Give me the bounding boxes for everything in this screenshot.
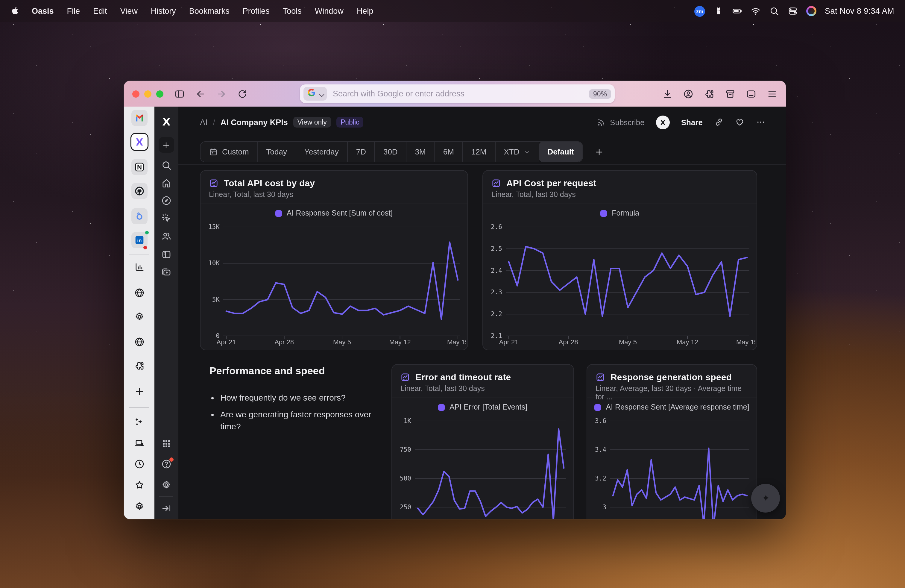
gear-icon[interactable] (134, 501, 144, 512)
subscribe-label: Subscribe (610, 118, 645, 127)
timerange-tab-12m[interactable]: 12M (463, 142, 495, 162)
page-zoom-badge[interactable]: 90% (589, 89, 611, 99)
menu-item-bookmarks[interactable]: Bookmarks (189, 6, 230, 16)
video-stack-icon[interactable] (161, 267, 171, 278)
siri-icon[interactable] (806, 6, 816, 16)
mixpanel-logo[interactable] (160, 115, 172, 128)
timerange-tab-today[interactable]: Today (258, 142, 296, 162)
svg-text:500: 500 (400, 475, 411, 482)
menu-item-view[interactable]: View (120, 6, 138, 16)
menu-icon[interactable] (767, 88, 778, 99)
reload-icon[interactable] (237, 88, 248, 99)
people-icon[interactable] (161, 230, 171, 241)
globe-icon[interactable] (134, 337, 144, 347)
globe-icon[interactable] (134, 288, 144, 298)
card-header: Error and timeout rate Linear, Total, la… (392, 365, 573, 397)
blue-loop-app-icon[interactable] (131, 208, 147, 224)
timerange-tab-custom[interactable]: Custom (200, 142, 258, 162)
account-icon[interactable] (683, 88, 694, 99)
gear-icon[interactable] (134, 311, 144, 322)
sparkles-icon[interactable] (134, 417, 144, 427)
cursor-sparks-icon[interactable] (161, 213, 171, 223)
add-timerange-button[interactable] (590, 143, 608, 161)
timerange-tab-3m[interactable]: 3M (407, 142, 435, 162)
help-icon[interactable] (161, 459, 171, 469)
section-divider (178, 164, 786, 165)
bullet-item: How frequently do we see errors? (220, 392, 383, 404)
chart-plot: 2505007501K (392, 416, 572, 519)
breadcrumb-project[interactable]: AI (200, 118, 208, 127)
plus-icon[interactable] (134, 386, 144, 397)
maximize-window-button[interactable] (156, 90, 164, 97)
svg-text:750: 750 (400, 446, 411, 453)
sparkle-fab-button[interactable] (751, 484, 780, 513)
archive-box-icon[interactable] (725, 88, 736, 99)
spotlight-icon[interactable] (769, 6, 779, 16)
back-icon[interactable] (195, 88, 206, 99)
view-only-badge: View only (293, 117, 331, 127)
star-icon[interactable] (134, 480, 144, 490)
linkedin-app-icon[interactable]: in (131, 232, 147, 248)
menu-item-file[interactable]: File (67, 6, 80, 16)
apple-menu-icon[interactable] (11, 6, 20, 16)
address-input[interactable] (333, 89, 589, 98)
panel-icon[interactable] (161, 249, 171, 260)
menu-item-history[interactable]: History (151, 6, 176, 16)
menu-clock[interactable]: Sat Nov 8 9:34 AM (825, 6, 894, 16)
address-bar[interactable]: 90% (300, 84, 615, 103)
timerange-tab-7d[interactable]: 7D (348, 142, 375, 162)
wifi-icon[interactable] (751, 6, 761, 16)
google-icon (307, 88, 316, 99)
plus-button[interactable] (158, 137, 174, 153)
menu-item-window[interactable]: Window (315, 6, 344, 16)
laptop-icon[interactable] (134, 438, 144, 448)
timerange-tab-30d[interactable]: 30D (375, 142, 407, 162)
extensions-icon[interactable] (704, 88, 714, 99)
puzzle-icon[interactable] (134, 361, 144, 371)
compass-icon[interactable] (161, 195, 171, 206)
subscribe-button[interactable]: Subscribe (597, 118, 645, 127)
timerange-tab-xtd[interactable]: XTD (495, 142, 539, 162)
svg-text:3.6: 3.6 (595, 417, 607, 424)
battery-icon[interactable] (732, 6, 742, 16)
display-icon[interactable] (746, 88, 757, 99)
home-icon[interactable] (161, 178, 171, 189)
mixpanel-app-icon[interactable] (131, 134, 147, 150)
ellipsis-icon[interactable] (756, 118, 765, 127)
menu-item-tools[interactable]: Tools (283, 6, 302, 16)
notion-app-icon[interactable] (131, 159, 147, 175)
llama-icon[interactable] (713, 6, 724, 16)
menu-item-help[interactable]: Help (357, 6, 373, 16)
clock-icon[interactable] (134, 459, 144, 469)
heart-icon[interactable] (735, 118, 745, 127)
timerange-tab-default[interactable]: Default (539, 141, 583, 162)
grid-icon[interactable] (161, 438, 171, 449)
timerange-tab-yesterday[interactable]: Yesterday (296, 142, 348, 162)
chevron-down-icon (524, 148, 530, 155)
zoom-app-icon[interactable]: zm (694, 6, 705, 16)
search-engine-chip[interactable] (303, 87, 327, 100)
github-app-icon[interactable] (131, 183, 147, 199)
download-icon[interactable] (662, 88, 673, 99)
close-window-button[interactable] (132, 90, 140, 97)
bar-chart-icon[interactable] (134, 262, 144, 272)
gmail-app-icon[interactable] (131, 110, 147, 126)
link-icon[interactable] (714, 118, 724, 127)
browser-window: 90% in AI / AI Company KPIs View only (124, 81, 786, 519)
avatar[interactable] (656, 115, 670, 129)
menu-item-profiles[interactable]: Profiles (243, 6, 270, 16)
forward-icon[interactable] (216, 88, 227, 99)
share-button[interactable]: Share (681, 118, 703, 127)
minimize-window-button[interactable] (144, 90, 151, 97)
menu-item-edit[interactable]: Edit (93, 6, 107, 16)
gear-icon[interactable] (161, 480, 171, 490)
arrow-bar-icon[interactable] (161, 503, 171, 514)
control-center-icon[interactable] (788, 6, 798, 16)
calendar-icon (209, 147, 218, 156)
sidebar-toggle-icon[interactable] (174, 88, 185, 99)
notification-dot (145, 231, 148, 234)
menu-app-name[interactable]: Oasis (32, 6, 54, 16)
timerange-tab-6m[interactable]: 6M (435, 142, 463, 162)
search-icon[interactable] (161, 160, 171, 171)
page-title[interactable]: AI Company KPIs (221, 118, 288, 127)
